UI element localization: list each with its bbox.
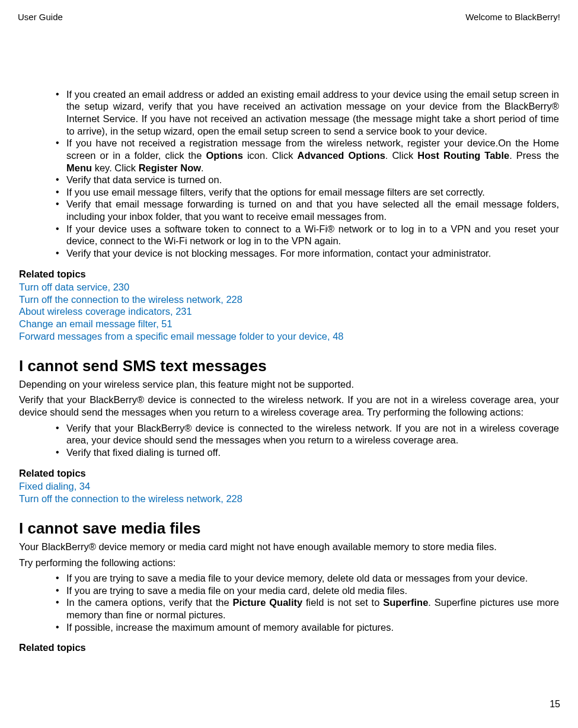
header-right: Welcome to BlackBerry! <box>465 12 560 23</box>
text: icon. Click <box>243 150 298 161</box>
list-item: Verify that fixed dialing is turned off. <box>56 446 559 459</box>
bold-text: Advanced Options <box>298 150 385 161</box>
text: key. Click <box>92 162 139 173</box>
page-number: 15 <box>550 698 560 710</box>
paragraph: Your BlackBerry® device memory or media … <box>19 541 559 553</box>
list-item: If possible, increase the maximum amount… <box>56 621 559 634</box>
bold-text: Register Now <box>139 162 201 173</box>
bold-text: Menu <box>66 162 92 173</box>
related-link[interactable]: Fixed dialing, 34 <box>19 480 559 493</box>
section-heading-media: I cannot save media files <box>19 519 559 538</box>
list-item: In the camera options, verify that the P… <box>56 596 559 621</box>
section3-bullets: If you are trying to save a media file t… <box>19 572 559 633</box>
related-link[interactable]: About wireless coverage indicators, 231 <box>19 305 559 318</box>
list-item: If your device uses a software token to … <box>56 223 559 247</box>
paragraph: Try performing the following actions: <box>19 557 559 569</box>
bold-text: Superfine <box>383 597 428 608</box>
related-topics-heading: Related topics <box>19 467 559 480</box>
list-item: Verify that your BlackBerry® device is c… <box>56 422 559 446</box>
page-header: User Guide Welcome to BlackBerry! <box>18 12 560 23</box>
section1-bullets: If you created an email address or added… <box>19 88 559 260</box>
header-left: User Guide <box>18 12 63 23</box>
bold-text: Host Routing Table <box>417 150 509 161</box>
list-item: If you have not received a registration … <box>56 137 559 174</box>
text: In the camera options, verify that the <box>66 597 232 608</box>
bold-text: Picture Quality <box>232 597 302 608</box>
list-item: If you created an email address or added… <box>56 88 559 138</box>
text: . Click <box>385 150 417 161</box>
related-link[interactable]: Turn off the connection to the wireless … <box>19 493 559 505</box>
list-item: Verify that your device is not blocking … <box>56 247 559 260</box>
related-topics-heading: Related topics <box>19 268 559 280</box>
page: User Guide Welcome to BlackBerry! If you… <box>0 0 578 728</box>
list-item: If you use email message filters, verify… <box>56 186 559 199</box>
text: field is not set to <box>302 597 383 608</box>
paragraph: Depending on your wireless service plan,… <box>19 378 559 391</box>
list-item: Verify that email message forwarding is … <box>56 198 559 222</box>
text: . Press the <box>509 150 559 161</box>
section2-bullets: Verify that your BlackBerry® device is c… <box>19 422 559 459</box>
bold-text: Options <box>206 150 243 161</box>
related-link[interactable]: Forward messages from a specific email m… <box>19 330 559 343</box>
content: If you created an email address or added… <box>18 88 560 654</box>
list-item: If you are trying to save a media file o… <box>56 585 559 597</box>
text: . <box>201 162 204 173</box>
paragraph: Verify that your BlackBerry® device is c… <box>19 394 559 418</box>
related-topics-heading: Related topics <box>19 641 559 654</box>
related-link[interactable]: Change an email message filter, 51 <box>19 318 559 330</box>
section-heading-sms: I cannot send SMS text messages <box>19 356 559 376</box>
list-item: Verify that data service is turned on. <box>56 174 559 186</box>
list-item: If you are trying to save a media file t… <box>56 572 559 585</box>
related-link[interactable]: Turn off the connection to the wireless … <box>19 293 559 306</box>
related-link[interactable]: Turn off data service, 230 <box>19 281 559 293</box>
